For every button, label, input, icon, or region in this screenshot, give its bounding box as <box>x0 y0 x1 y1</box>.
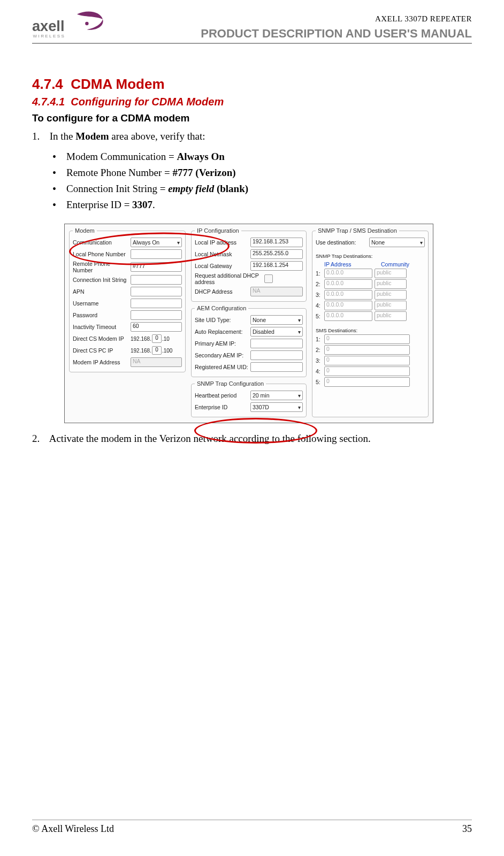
communication-label: Communication <box>73 239 131 246</box>
trap-community-input[interactable]: public <box>375 311 407 321</box>
trap-community-input[interactable]: public <box>375 269 407 278</box>
remote-phone-label: Remote Phone Number <box>73 261 131 273</box>
heading-4-7-4: 4.7.4 CDMA Modem <box>32 76 472 93</box>
bullet-enterprise-id: Enterprise ID = 3307. <box>50 199 472 211</box>
heading-4-7-4-1: 4.7.4.1 Configuring for CDMA Modem <box>32 96 472 108</box>
heartbeat-label: Heartbeat period <box>195 392 250 399</box>
sms-input[interactable]: 0 <box>324 334 410 344</box>
local-ip-label: Local IP address <box>195 239 250 246</box>
dhcp-address-label: DHCP Address <box>195 288 250 295</box>
sms-input[interactable]: 0 <box>324 366 410 376</box>
sms-row: 1:0 <box>316 334 425 344</box>
apn-input[interactable] <box>131 287 182 296</box>
copyright: © Axell Wireless Ltd <box>32 823 114 835</box>
svg-point-2 <box>85 22 88 25</box>
registered-aem-label: Registered AEM UID: <box>195 364 250 370</box>
svg-text:axell: axell <box>32 18 64 34</box>
dhcp-request-label: Request additional DHCP address <box>195 272 264 285</box>
aem-config-legend: AEM Configuration <box>195 305 248 311</box>
bullet-conn-init: Connection Init String = empty field (bl… <box>50 183 472 195</box>
cs-pc-ip-input[interactable]: 192.168.0.100 <box>131 346 172 355</box>
sms-input[interactable]: 0 <box>324 345 410 355</box>
primary-aem-input[interactable] <box>250 339 303 348</box>
password-input[interactable] <box>131 310 182 320</box>
axell-logo-icon: axell WIRELESS <box>32 11 118 41</box>
cs-pc-ip-label: Direct CS PC IP <box>73 347 131 354</box>
trap-community-input[interactable]: public <box>375 279 407 289</box>
auto-replacement-select[interactable]: Disabled <box>250 327 303 337</box>
password-label: Password <box>73 312 131 318</box>
trap-ip-input[interactable]: 0.0.0.0 <box>324 269 372 278</box>
netmask-input[interactable]: 255.255.255.0 <box>250 249 303 259</box>
snmp-trap-config-group: SNMP Trap Configuration Heartbeat period… <box>191 380 307 417</box>
sms-row: 5:0 <box>316 377 425 387</box>
page-header: axell WIRELESS AXELL 3307D REPEATER PROD… <box>32 11 472 44</box>
username-label: Username <box>73 300 131 307</box>
username-input[interactable] <box>131 299 182 308</box>
step-1: 1. In the Modem area above, verify that: <box>32 131 472 142</box>
auto-replacement-label: Auto Replacement: <box>195 328 250 335</box>
logo: axell WIRELESS <box>32 11 118 41</box>
site-uid-label: Site UID Type: <box>195 317 250 323</box>
primary-aem-label: Primary AEM IP: <box>195 340 250 347</box>
trap-ip-input[interactable]: 0.0.0.0 <box>324 279 372 289</box>
communication-select[interactable]: Always On <box>131 238 182 247</box>
page-footer: © Axell Wireless Ltd 35 <box>32 820 472 835</box>
conn-init-label: Connection Init String <box>73 277 131 283</box>
secondary-aem-input[interactable] <box>250 350 303 360</box>
step-1-bullets: Modem Communication = Always On Remote P… <box>50 147 472 215</box>
modem-legend: Modem <box>73 227 97 234</box>
sms-row: 4:0 <box>316 366 425 376</box>
gateway-label: Local Gateway <box>195 263 250 269</box>
trap-community-input[interactable]: public <box>375 301 407 310</box>
dhcp-request-checkbox[interactable] <box>264 274 273 283</box>
product-name: AXELL 3307D REPEATER <box>201 14 472 24</box>
aem-config-group: AEM Configuration Site UID Type:None Aut… <box>191 305 307 377</box>
local-ip-input[interactable]: 192.168.1.253 <box>250 238 303 247</box>
enterprise-id-label: Enterprise ID <box>195 404 250 410</box>
bullet-modem-comm: Modem Communication = Always On <box>50 151 472 163</box>
snmp-destination-legend: SNMP Trap / SMS Destination <box>316 227 399 234</box>
trap-row: 3:0.0.0.0public <box>316 290 425 300</box>
local-phone-input[interactable] <box>131 249 182 259</box>
trap-ip-input[interactable]: 0.0.0.0 <box>324 311 372 321</box>
local-phone-label: Local Phone Number <box>73 251 131 257</box>
registered-aem-input[interactable] <box>250 362 303 372</box>
cs-modem-ip-input[interactable]: 192.168.0.10 <box>131 334 170 343</box>
modem-group: Modem CommunicationAlways On Local Phone… <box>69 227 186 372</box>
procedure-title: To configure for a CDMA modem <box>32 112 472 124</box>
apn-label: APN <box>73 288 131 295</box>
netmask-label: Local Netmask <box>195 251 250 257</box>
sms-input[interactable]: 0 <box>324 377 410 387</box>
use-destination-label: Use destination: <box>316 239 369 246</box>
conn-init-input[interactable] <box>131 275 182 285</box>
sms-row: 2:0 <box>316 345 425 355</box>
trap-destinations-label: SNMP Trap Destinations: <box>316 253 425 259</box>
trap-table-header: IP Address Community <box>324 261 425 268</box>
inactivity-input[interactable]: 60 <box>131 322 182 332</box>
configuration-screenshot: Modem CommunicationAlways On Local Phone… <box>64 224 433 423</box>
use-destination-select[interactable]: None <box>369 238 425 247</box>
enterprise-id-select[interactable]: 3307D <box>250 402 303 412</box>
trap-row: 1:0.0.0.0public <box>316 269 425 278</box>
bullet-remote-phone: Remote Phone Number = #777 (Verizon) <box>50 167 472 179</box>
page-number: 35 <box>462 823 472 835</box>
sms-input[interactable]: 0 <box>324 356 410 365</box>
trap-ip-input[interactable]: 0.0.0.0 <box>324 301 372 310</box>
heartbeat-select[interactable]: 20 min <box>250 391 303 400</box>
site-uid-select[interactable]: None <box>250 315 303 325</box>
snmp-trap-config-legend: SNMP Trap Configuration <box>195 380 266 387</box>
trap-row: 5:0.0.0.0public <box>316 311 425 321</box>
ip-config-legend: IP Configuration <box>195 227 241 234</box>
trap-row: 4:0.0.0.0public <box>316 301 425 310</box>
trap-ip-input[interactable]: 0.0.0.0 <box>324 290 372 300</box>
modem-ip-label: Modem IP Address <box>73 359 131 365</box>
dhcp-address-input: NA <box>250 287 303 296</box>
modem-ip-input: NA <box>131 357 182 367</box>
inactivity-label: Inactivity Timeout <box>73 324 131 330</box>
cs-modem-ip-label: Direct CS Modem IP <box>73 335 131 342</box>
trap-community-input[interactable]: public <box>375 290 407 300</box>
snmp-destination-group: SNMP Trap / SMS Destination Use destinat… <box>312 227 429 417</box>
gateway-input[interactable]: 192.168.1.254 <box>250 261 303 271</box>
remote-phone-input[interactable]: #777 <box>131 262 182 272</box>
